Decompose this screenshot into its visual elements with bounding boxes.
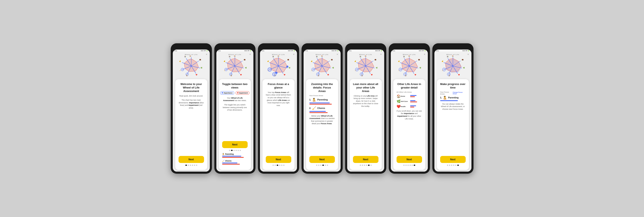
status-bar-3: 9:41 ●●● wifi 🔋 (260, 50, 297, 52)
dot-2-0 (229, 150, 230, 151)
phone-4: 9:41 ●●● wifi 🔋 Wheel of Life ✕ (302, 43, 343, 174)
toggle-importance[interactable]: Importance (220, 91, 234, 95)
dot-7-3 (453, 165, 454, 166)
svg-text:🏠: 🏠 (189, 55, 191, 57)
modal-body-5: Clicking on any Life Area will bring up … (353, 95, 378, 108)
svg-text:🌿: 🌿 (288, 67, 290, 69)
dot-5-5 (370, 165, 372, 166)
svg-text:🏠: 🏠 (365, 55, 366, 57)
change-focus-btn-7[interactable]: Change Focus Areas (453, 91, 466, 94)
health-name: Health (401, 105, 409, 107)
toggle-impairment[interactable]: Impairment (236, 91, 250, 95)
progress-bars-1 (440, 100, 466, 101)
next-button-2[interactable]: Next (222, 141, 248, 148)
health-red (410, 107, 414, 107)
wheel-chart-1: 🏠 💼 🌿 ❤️ 🧑‍🍼 🧹 💰 👫 (174, 54, 208, 78)
next-button-6[interactable]: Next (396, 156, 422, 163)
time-7: 9:41 (436, 50, 439, 52)
svg-text:👫: 👫 (229, 56, 230, 58)
svg-text:🌿: 🌿 (463, 67, 465, 69)
svg-point-44 (229, 73, 232, 76)
dot-2-5 (240, 150, 241, 151)
phone-2: 9:41 ●●● wifi 🔋 Wheel of Life ✕ (214, 43, 256, 174)
svg-text:💰: 💰 (267, 60, 269, 62)
area-list-2: 🧑‍🍼 Parenting 🧹 (222, 153, 248, 167)
modal-card-4: Zooming into the details: Focus Areas Yo… (306, 79, 338, 170)
svg-point-68 (268, 68, 272, 71)
dot-5-3 (366, 165, 367, 166)
signal-2: ●●● wifi 🔋 (244, 50, 252, 52)
modal-body2a: Your Wheel of Life Assessment has two vi… (222, 97, 248, 102)
chores-blue-2 (222, 163, 237, 163)
phone-7: 9:41 ●●● wifi 🔋 Wheel of Life ✕ (432, 43, 474, 174)
wheel-svg-3: 🏠 💼 🌿 ❤️ 🧑‍🍼 🧹 💰 👫 (265, 55, 292, 77)
focus-num-2: 2. (309, 107, 311, 109)
time-1: 9:41 (174, 50, 177, 52)
phone-1: 9:41 ●●● wifi 🔋 Wheel of Life ✕ (171, 43, 212, 174)
dot-indicators-1 (178, 163, 204, 167)
svg-text:🌿: 🌿 (245, 67, 247, 69)
screen-inner-3: Wheel of Life ✕ (260, 52, 297, 172)
svg-marker-77 (314, 58, 330, 72)
next-button-5[interactable]: Next (353, 156, 378, 163)
modal-title-1: Welcome to your Wheel of Life Assessment (178, 82, 204, 93)
wheel-svg-5: 🏠 💼 🌿 ❤️ 🧑‍🍼 🧹 💰 👫 (352, 55, 379, 77)
notch-3 (272, 45, 285, 49)
parenting-bars-4 (309, 102, 335, 104)
status-bar-4: 9:41 ●●● wifi 🔋 (304, 50, 340, 52)
modal-body-7: You can always retake the Wheel of Life … (440, 103, 466, 111)
svg-point-22 (181, 68, 184, 71)
next-button-7[interactable]: Next (440, 156, 466, 163)
dot-indicators-2 (222, 148, 248, 152)
next-button-4[interactable]: Next (309, 156, 335, 163)
svg-marker-123 (402, 58, 418, 72)
selfcare-emoji: 🌿 (396, 99, 401, 103)
signal-6: ●●● wifi 🔋 (419, 50, 426, 52)
svg-text:🏠: 🏠 (408, 55, 410, 57)
dot-5-2 (364, 165, 365, 166)
modal-body-6: If you scroll down, you can see the Impo… (396, 110, 422, 120)
screen-3: 9:41 ●●● wifi 🔋 Wheel of Life ✕ (260, 50, 297, 172)
svg-point-141 (399, 68, 402, 71)
screen-inner-5: Wheel of Life ✕ (347, 52, 384, 172)
svg-text:👫: 👫 (272, 56, 274, 58)
screen-4: 9:41 ●●● wifi 🔋 Wheel of Life ✕ (304, 50, 340, 172)
selfcare-bars (410, 100, 422, 102)
status-bar-2: 9:41 ●●● wifi 🔋 (216, 50, 254, 52)
signal-1: ●●● wifi 🔋 (201, 50, 208, 52)
svg-point-95 (312, 68, 315, 71)
parenting-red-4 (309, 104, 332, 104)
modal-body-1: The chart has two main dimensions: Impor… (178, 99, 204, 109)
svg-text:👫: 👫 (184, 56, 186, 58)
next-button-3[interactable]: Next (266, 156, 291, 163)
time-4: 9:41 (305, 50, 308, 52)
screen-inner-6: Wheel of Life ✕ (391, 52, 428, 172)
selfcare-red (410, 101, 417, 102)
wheel-chart-6: 🏠 💼 🌿 ❤️ 🧑‍🍼 🧹 💰 👫 (392, 54, 426, 78)
next-button-1[interactable]: Next (178, 156, 204, 163)
impairment-dot (237, 92, 238, 93)
status-bar-5: 9:41 ●●● wifi 🔋 (347, 50, 384, 52)
dot-7-5 (457, 165, 459, 166)
dot-indicators-6 (396, 163, 422, 167)
dot-1-1 (188, 165, 189, 166)
svg-text:💼: 💼 (331, 59, 333, 60)
phone-frame-2: 9:41 ●●● wifi 🔋 Wheel of Life ✕ (214, 43, 256, 174)
importance-dot (222, 92, 223, 93)
dot-6-5 (414, 165, 415, 166)
notch-5 (360, 45, 372, 49)
dot-3-0 (272, 165, 274, 166)
progress-num-1: 1. (440, 96, 442, 99)
other-area-home: 🏠 Home (396, 94, 422, 98)
svg-marker-27 (227, 58, 243, 72)
dot-4-3 (322, 165, 324, 166)
svg-text:🏠: 🏠 (278, 55, 279, 57)
dot-indicators-4 (309, 163, 335, 167)
time-6: 9:41 (392, 50, 395, 52)
notch-1 (185, 45, 198, 49)
modal-body2b: The toggle lets you switch between seein… (222, 103, 248, 112)
wheel-svg-1: 🏠 💼 🌿 ❤️ 🧑‍🍼 🧹 💰 👫 (178, 55, 205, 77)
svg-text:💼: 💼 (462, 59, 464, 60)
chores-name-2: Chores (225, 160, 232, 162)
svg-text:💰: 💰 (224, 60, 226, 62)
